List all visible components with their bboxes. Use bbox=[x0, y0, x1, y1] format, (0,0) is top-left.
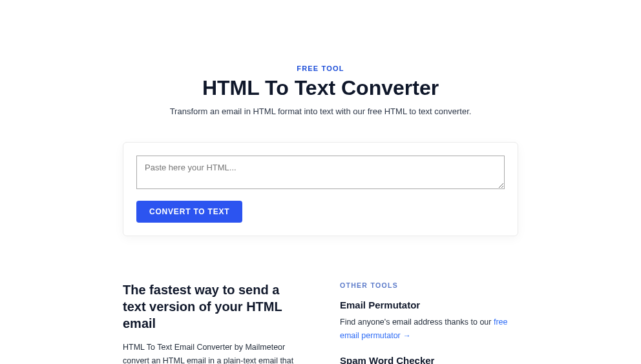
arrow-right-icon: → bbox=[403, 330, 411, 343]
page-title: HTML To Text Converter bbox=[123, 76, 518, 100]
info-body: HTML To Text Email Converter by Mailmete… bbox=[123, 341, 301, 364]
html-input[interactable] bbox=[136, 156, 505, 189]
tool-item: Spam Word Checker Make sure your emails … bbox=[340, 355, 518, 364]
info-heading: The fastest way to send a text version o… bbox=[123, 281, 301, 332]
tool-title: Email Permutator bbox=[340, 299, 518, 310]
converter-card: CONVERT TO TEXT bbox=[123, 142, 518, 236]
other-tools-eyebrow: OTHER TOOLS bbox=[340, 281, 518, 289]
tool-item: Email Permutator Find anyone's email add… bbox=[340, 299, 518, 342]
convert-button[interactable]: CONVERT TO TEXT bbox=[136, 201, 242, 223]
tool-description: Find anyone's email address thanks to ou… bbox=[340, 316, 518, 342]
tool-desc-text: Find anyone's email address thanks to ou… bbox=[340, 318, 494, 327]
page-subtitle: Transform an email in HTML format into t… bbox=[123, 106, 518, 116]
tool-title: Spam Word Checker bbox=[340, 355, 518, 364]
eyebrow-label: FREE TOOL bbox=[123, 65, 518, 72]
